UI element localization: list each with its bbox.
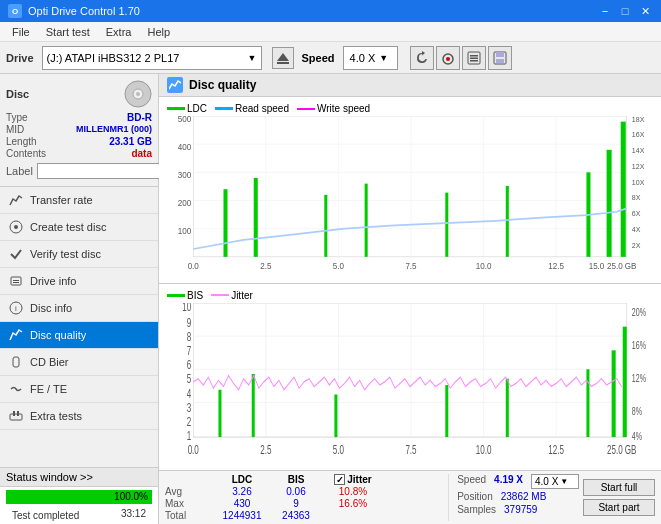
- settings-button[interactable]: [462, 46, 486, 70]
- svg-text:7.5: 7.5: [405, 442, 416, 456]
- charts-area: LDC Read speed Write speed: [159, 97, 661, 524]
- save-button[interactable]: [488, 46, 512, 70]
- refresh-button[interactable]: [410, 46, 434, 70]
- svg-text:500: 500: [178, 116, 192, 124]
- nav-transfer-rate-label: Transfer rate: [30, 194, 93, 206]
- svg-text:8: 8: [187, 329, 192, 343]
- svg-rect-53: [506, 186, 509, 257]
- svg-text:12%: 12%: [632, 372, 646, 384]
- speed-select-dropdown[interactable]: 4.0 X ▼: [531, 474, 579, 489]
- svg-text:18X: 18X: [632, 116, 645, 124]
- menu-file[interactable]: File: [4, 25, 38, 39]
- drive-selector[interactable]: (J:) ATAPI iHBS312 2 PL17 ▼: [42, 46, 262, 70]
- jitter-legend-label: Jitter: [231, 290, 253, 301]
- nav-fe-te[interactable]: FE / TE: [0, 376, 158, 403]
- nav-drive-info[interactable]: Drive info: [0, 268, 158, 295]
- total-bis: 24363: [269, 510, 323, 521]
- nav-create-test-disc[interactable]: Create test disc: [0, 214, 158, 241]
- svg-rect-10: [496, 59, 504, 63]
- start-part-button[interactable]: Start part: [583, 499, 655, 516]
- svg-rect-66: [193, 303, 627, 437]
- ldc-legend-label: LDC: [187, 103, 207, 114]
- nav-extra-tests[interactable]: Extra tests: [0, 403, 158, 430]
- speed-select-arrow: ▼: [379, 53, 388, 63]
- label-input[interactable]: [37, 163, 166, 179]
- menu-help[interactable]: Help: [139, 25, 178, 39]
- svg-text:10: 10: [182, 303, 191, 313]
- svg-text:2X: 2X: [632, 240, 641, 249]
- status-progress-text: 100.0%: [114, 490, 148, 504]
- disc-section-label: Disc: [6, 88, 29, 100]
- svg-rect-98: [612, 350, 616, 437]
- svg-text:100: 100: [178, 226, 192, 237]
- col-ldc-header: LDC: [215, 474, 269, 486]
- nav-disc-info[interactable]: i Disc info: [0, 295, 158, 322]
- svg-text:8X: 8X: [632, 193, 641, 202]
- speed-selector[interactable]: 4.0 X ▼: [343, 46, 398, 70]
- chart1-container: LDC Read speed Write speed: [159, 97, 661, 284]
- svg-text:16%: 16%: [632, 339, 646, 351]
- speed-label: Speed: [457, 474, 486, 489]
- disc-info-icon: i: [8, 300, 24, 316]
- svg-text:25.0 GB: 25.0 GB: [607, 261, 637, 272]
- mid-label: MID: [6, 124, 24, 135]
- drive-select-text: (J:) ATAPI iHBS312 2 PL17: [47, 52, 248, 64]
- menu-extra[interactable]: Extra: [98, 25, 140, 39]
- disc-icon: [124, 80, 152, 108]
- app-title: Opti Drive Control 1.70: [28, 5, 140, 17]
- svg-rect-96: [506, 378, 509, 436]
- minimize-button[interactable]: −: [597, 3, 613, 19]
- svg-rect-21: [13, 357, 19, 367]
- svg-rect-25: [193, 116, 627, 257]
- mid-value: MILLENMR1 (000): [76, 124, 152, 135]
- svg-text:14X: 14X: [632, 146, 645, 155]
- nav-verify-test-disc[interactable]: Verify test disc: [0, 241, 158, 268]
- speed-select-text: 4.0 X: [350, 52, 376, 64]
- nav-cd-bier[interactable]: CD Bier: [0, 349, 158, 376]
- nav-disc-quality[interactable]: Disc quality: [0, 322, 158, 349]
- svg-text:10X: 10X: [632, 177, 645, 186]
- stats-right-panel: Speed 4.19 X 4.0 X ▼ Position 23862 MB S…: [448, 474, 579, 522]
- transfer-rate-icon: [8, 192, 24, 208]
- row-max-label: Max: [165, 498, 215, 509]
- contents-label: Contents: [6, 148, 46, 159]
- bis-legend-label: BIS: [187, 290, 203, 301]
- read-legend-label: Read speed: [235, 103, 289, 114]
- svg-marker-0: [277, 53, 289, 61]
- menu-start-test[interactable]: Start test: [38, 25, 98, 39]
- status-window-header[interactable]: Status window >>: [0, 468, 158, 487]
- svg-rect-22: [10, 414, 22, 420]
- nav-transfer-rate[interactable]: Transfer rate: [0, 187, 158, 214]
- length-value: 23.31 GB: [109, 136, 152, 147]
- burn-button[interactable]: [436, 46, 460, 70]
- avg-bis: 0.06: [269, 486, 323, 497]
- svg-text:16X: 16X: [632, 130, 645, 139]
- chart2-container: BIS Jitter: [159, 284, 661, 470]
- disc-quality-icon: [8, 327, 24, 343]
- menubar: File Start test Extra Help: [0, 22, 661, 42]
- contents-value: data: [131, 148, 152, 159]
- extra-tests-icon: [8, 408, 24, 424]
- status-window-label: Status window >>: [6, 471, 93, 483]
- svg-text:7.5: 7.5: [405, 261, 416, 272]
- close-button[interactable]: ✕: [637, 3, 653, 19]
- disc-panel: Disc Type BD-R MID MILLENMR1 (000) Lengt…: [0, 74, 158, 187]
- svg-rect-6: [470, 57, 478, 59]
- total-ldc: 1244931: [215, 510, 269, 521]
- bis-legend: BIS: [167, 290, 203, 301]
- status-text: Test completed: [6, 508, 85, 523]
- type-label: Type: [6, 112, 28, 123]
- speed-value: 4.19 X: [494, 474, 523, 489]
- svg-text:4X: 4X: [632, 225, 641, 234]
- max-ldc: 430: [215, 498, 269, 509]
- content-title: Disc quality: [189, 78, 256, 92]
- app-icon: O: [8, 4, 22, 18]
- svg-point-3: [446, 57, 450, 61]
- maximize-button[interactable]: □: [617, 3, 633, 19]
- speed-row: Speed 4.19 X 4.0 X ▼: [457, 474, 579, 489]
- main-area: Disc Type BD-R MID MILLENMR1 (000) Lengt…: [0, 74, 661, 524]
- eject-button[interactable]: [272, 47, 294, 69]
- jitter-checkbox[interactable]: ✓: [334, 474, 345, 485]
- start-full-button[interactable]: Start full: [583, 479, 655, 496]
- max-jitter: 16.6%: [323, 498, 383, 509]
